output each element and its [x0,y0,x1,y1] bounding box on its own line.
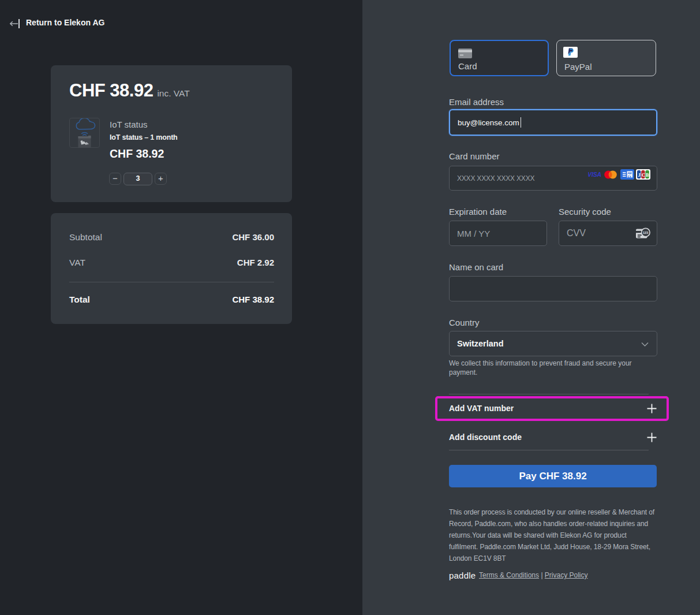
svg-text:C: C [642,172,645,178]
svg-text:B: B [646,172,649,178]
svg-text:123: 123 [643,231,649,234]
svg-text:VISA: VISA [588,172,601,177]
svg-text:EX: EX [628,175,632,178]
